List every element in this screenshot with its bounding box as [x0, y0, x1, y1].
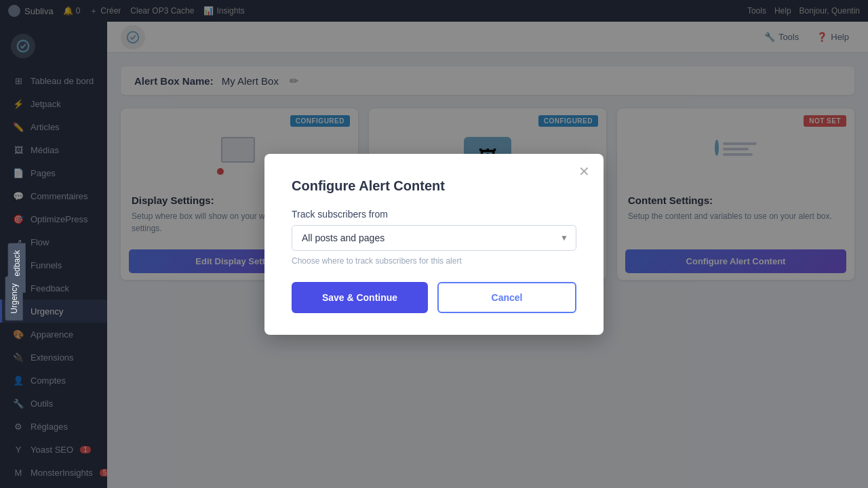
track-from-select[interactable]: All posts and pages Specific posts Speci…	[292, 225, 576, 251]
urgency-tab[interactable]: Urgency	[5, 277, 23, 321]
cancel-button[interactable]: Cancel	[437, 282, 576, 313]
modal-actions: Save & Continue Cancel	[292, 282, 576, 313]
modal-overlay[interactable]: ✕ Configure Alert Content Track subscrib…	[0, 0, 868, 488]
modal-hint: Choose where to track subscribers for th…	[292, 256, 576, 266]
modal-title: Configure Alert Content	[292, 178, 576, 194]
modal-close-button[interactable]: ✕	[578, 165, 590, 178]
save-continue-button[interactable]: Save & Continue	[292, 282, 428, 313]
modal-select-wrap: All posts and pages Specific posts Speci…	[292, 225, 576, 251]
modal-track-label: Track subscribers from	[292, 209, 576, 220]
configure-alert-modal: ✕ Configure Alert Content Track subscrib…	[264, 154, 604, 335]
